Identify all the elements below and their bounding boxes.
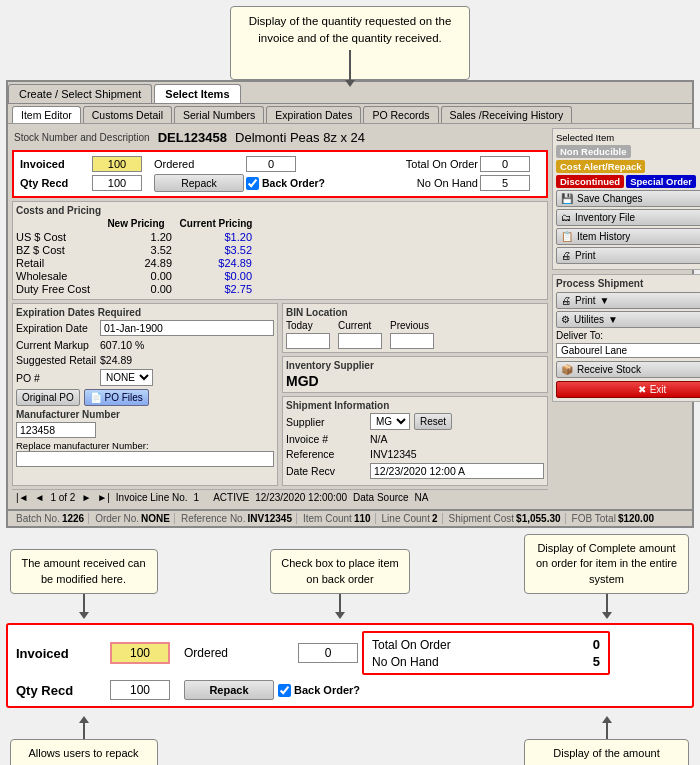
print-label-1: Print [575, 250, 596, 261]
ship-date-input[interactable] [370, 463, 544, 479]
invoiced-input[interactable] [92, 156, 142, 172]
badge-row-2: Cost Alert/Repack [556, 160, 700, 173]
status-line-count: Line Count 2 [378, 513, 443, 524]
bin-previous-label: Previous [390, 320, 440, 331]
zoom-backorder-label[interactable]: Back Order? [278, 684, 428, 697]
zoom-backorder-checkbox[interactable] [278, 684, 291, 697]
ship-invoice-label: Invoice # [286, 433, 366, 445]
arrow-down [349, 50, 351, 80]
ship-supplier-select[interactable]: MGD [370, 413, 410, 430]
replace-mfr-input[interactable] [16, 451, 274, 467]
line-count-label: Line Count [382, 513, 430, 524]
costs-header: Costs and Pricing [16, 205, 544, 216]
callout-left-group: The amount received can be modified here… [6, 549, 161, 619]
bottom-bar: |◄ ◄ 1 of 2 ► ►| Invoice Line No. 1 ACTI… [12, 489, 548, 505]
callout-bottom-center-space [167, 716, 513, 765]
receive-stock-button[interactable]: 📦 Receive Stock [556, 361, 700, 378]
zoom-total-on-order-val: 0 [593, 637, 600, 652]
cost-row-2: Retail 24.89 $24.89 [16, 257, 544, 269]
zoom-invoiced-input[interactable] [110, 642, 170, 664]
orig-po-button[interactable]: Original PO [16, 389, 80, 406]
bin-current-input[interactable] [338, 333, 382, 349]
no-on-hand-input[interactable] [480, 175, 530, 191]
print-button-2[interactable]: 🖨 Print ▼ [556, 292, 700, 309]
ship-date-row: Date Recv [286, 463, 544, 479]
bin-today-input[interactable] [286, 333, 330, 349]
pagination-next[interactable]: ► [81, 492, 91, 503]
inv-section: Invoiced Ordered Total On Order Qty Recd… [12, 150, 548, 198]
pagination-prev[interactable]: ◄ [35, 492, 45, 503]
subtab-item-editor[interactable]: Item Editor [12, 106, 81, 123]
exp-date-label: Expiration Date [16, 322, 96, 334]
zoom-total-box: Total On Order 0 No On Hand 5 [362, 631, 610, 675]
sub-tabs: Item Editor Customs Detail Serial Number… [8, 104, 692, 124]
repack-button[interactable]: Repack [154, 174, 244, 192]
arrow-right-line [606, 594, 608, 612]
bin-header: BIN Location [286, 307, 544, 318]
cost-new-3: 0.00 [96, 270, 176, 282]
ship-ref-label: Reference [286, 448, 366, 460]
zoom-ordered-input[interactable] [298, 643, 358, 663]
item-history-button[interactable]: 📋 Item History [556, 228, 700, 245]
ship-invoice-row: Invoice # N/A [286, 433, 544, 445]
save-button[interactable]: 💾 Save Changes [556, 190, 700, 207]
qty-recd-input[interactable] [92, 175, 142, 191]
bin-current-label: Current [338, 320, 388, 331]
date-time-val: 12/23/2020 12:00:00 [255, 492, 347, 503]
top-callout: Display of the quantity requested on the… [230, 6, 470, 80]
inventory-file-button[interactable]: 🗂 Inventory File [556, 209, 700, 226]
zoom-repack-button[interactable]: Repack [184, 680, 274, 700]
cost-label-0: US $ Cost [16, 231, 96, 243]
ship-ref-val: INV12345 [370, 448, 417, 460]
bottom-callout-arrows: Allows users to repack item Display of t… [6, 716, 694, 765]
total-on-order-input[interactable] [480, 156, 530, 172]
cost-row-3: Wholesale 0.00 $0.00 [16, 270, 544, 282]
zoom-qty-recd-input[interactable] [110, 680, 170, 700]
bin-previous-input[interactable] [390, 333, 434, 349]
subtab-customs[interactable]: Customs Detail [83, 106, 172, 123]
zoom-backorder-text: Back Order? [294, 684, 360, 696]
cost-cur-3: $0.00 [176, 270, 256, 282]
zoom-row-2: Qty Recd Repack Back Order? [16, 680, 684, 700]
subtab-serial[interactable]: Serial Numbers [174, 106, 264, 123]
subtab-sales[interactable]: Sales /Receiving History [441, 106, 573, 123]
ref-val: INV12345 [247, 513, 291, 524]
print-label-2: Print [575, 295, 596, 306]
tab-select-items[interactable]: Select Items [154, 84, 240, 103]
po-label: PO # [16, 372, 96, 384]
subtab-expiration[interactable]: Expiration Dates [266, 106, 361, 123]
po-select[interactable]: NONE [100, 369, 153, 386]
top-callout-text: Display of the quantity requested on the… [249, 15, 452, 44]
arrow-left-line [83, 594, 85, 612]
bin-today-label: Today [286, 320, 336, 331]
utilities-dropdown-icon: ▼ [608, 314, 618, 325]
mfr-number-input[interactable] [16, 422, 96, 438]
back-order-checkbox-label[interactable]: Back Order? [246, 177, 346, 190]
exit-label: Exit [650, 384, 667, 395]
ordered-input[interactable] [246, 156, 296, 172]
supplier-section: Inventory Supplier MGD [282, 356, 548, 393]
arrow-tip [345, 80, 355, 87]
pagination-prev-prev[interactable]: |◄ [16, 492, 29, 503]
exit-button[interactable]: ✖ Exit [556, 381, 700, 398]
deliver-to-select[interactable]: Gabourel Lane [556, 343, 700, 358]
mfr-header: Manufacturer Number [16, 409, 274, 420]
cost-row-4: Duty Free Cost 0.00 $2.75 [16, 283, 544, 295]
status-batch: Batch No. 1226 [12, 513, 89, 524]
back-order-checkbox[interactable] [246, 177, 259, 190]
print-button-1[interactable]: 🖨 Print [556, 247, 700, 264]
right-col: Selected Item Non Reducible Cost Alert/R… [552, 128, 700, 505]
subtab-po[interactable]: PO Records [363, 106, 438, 123]
utilities-button[interactable]: ⚙ Utilites ▼ [556, 311, 700, 328]
cost-label-2: Retail [16, 257, 96, 269]
tab-create-shipment[interactable]: Create / Select Shipment [8, 84, 152, 103]
reset-button[interactable]: Reset [414, 413, 452, 430]
callout-bottom-right: Display of the amount currently in stock… [524, 739, 689, 765]
po-btns-row: Original PO 📄 PO Files [16, 389, 274, 406]
invoice-line-label: Invoice Line No. [116, 492, 188, 503]
pagination-next-next[interactable]: ►| [97, 492, 110, 503]
exp-date-input[interactable] [100, 320, 274, 336]
dropdown-icon: ▼ [600, 295, 610, 306]
po-files-button[interactable]: 📄 PO Files [84, 389, 149, 406]
supplier-header: Inventory Supplier [286, 360, 544, 371]
